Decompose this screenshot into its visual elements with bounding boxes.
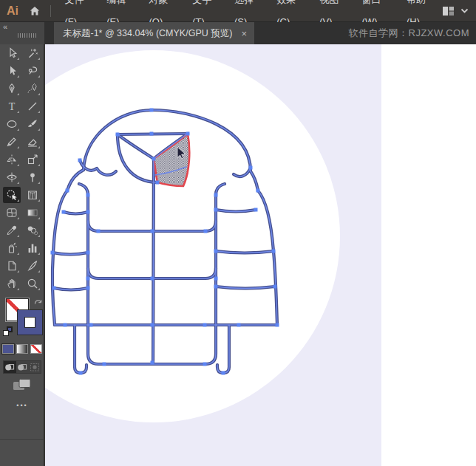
- default-fill-stroke-icon[interactable]: [3, 326, 13, 337]
- document-tab[interactable]: 未标题-1* @ 334.04% (CMYK/GPU 预览) ×: [54, 22, 254, 44]
- blend-icon: [27, 225, 38, 236]
- tool-perspective-grid[interactable]: [24, 187, 41, 203]
- pen-icon: [6, 83, 18, 95]
- draw-normal-button[interactable]: [4, 361, 16, 373]
- selection-icon: [6, 65, 18, 77]
- tool-line-segment[interactable]: [24, 98, 41, 114]
- width-icon: [6, 171, 18, 183]
- column-graph-icon: [27, 242, 38, 254]
- draw-mode-buttons: [3, 360, 41, 374]
- tool-ellipse[interactable]: [3, 116, 21, 132]
- pencil-icon: [6, 136, 18, 148]
- collapse-panel-button[interactable]: «: [3, 22, 7, 31]
- paintbrush-icon: [27, 118, 38, 130]
- anchor-point: [273, 285, 277, 289]
- draw-inside-button[interactable]: [28, 361, 41, 373]
- curvature-icon: [27, 83, 38, 95]
- anchor-point: [214, 193, 218, 197]
- fill-stroke-widget: [0, 295, 44, 340]
- tools-panel-header: «: [0, 22, 44, 44]
- tool-pen[interactable]: [3, 80, 21, 97]
- document-canvas[interactable]: [45, 44, 476, 466]
- draw-behind-button[interactable]: [16, 361, 29, 373]
- tool-zoom[interactable]: [24, 275, 41, 292]
- tab-bar: « 未标题-1* @ 334.04% (CMYK/GPU 预览) × 软件自学网…: [0, 22, 476, 44]
- anchor-point: [204, 230, 208, 233]
- workspace-switcher[interactable]: [442, 5, 476, 17]
- anchor-point: [151, 361, 154, 365]
- tool-puppet-warp[interactable]: [24, 169, 41, 185]
- tool-hand[interactable]: [3, 275, 21, 292]
- anchor-point: [66, 189, 69, 193]
- artboard-icon: [6, 260, 18, 272]
- hand-icon: [6, 278, 18, 289]
- gradient-icon: [27, 207, 38, 219]
- edit-toolbar-button[interactable]: •••: [0, 402, 44, 409]
- draw-inside-icon: [29, 361, 41, 373]
- menu-bar: Ai 文件(F) 编辑(E) 对象(O) 文字(T) 选择(S) 效果(C) 视…: [0, 0, 476, 22]
- type-icon: T: [6, 100, 18, 112]
- anchor-point: [150, 132, 154, 136]
- reflect-icon: [6, 154, 18, 165]
- tool-slice[interactable]: [24, 258, 41, 274]
- anchor-point: [276, 323, 279, 327]
- tool-scale[interactable]: [24, 151, 41, 168]
- tool-symbol-sprayer[interactable]: [3, 240, 21, 256]
- scale-icon: [27, 154, 38, 165]
- menubar-divider: [50, 5, 51, 17]
- chevron-down-icon: [460, 8, 469, 14]
- eyedropper-icon: [6, 225, 18, 236]
- color-button[interactable]: [2, 344, 14, 354]
- gradient-button[interactable]: [16, 344, 28, 354]
- draw-normal-icon: [4, 361, 16, 373]
- tool-curvature[interactable]: [24, 80, 41, 97]
- anchor-point: [78, 159, 82, 162]
- tool-selection[interactable]: [3, 63, 21, 79]
- anchor-point: [86, 251, 90, 255]
- tool-lasso[interactable]: [24, 63, 41, 79]
- anchor-point: [272, 250, 276, 253]
- tool-reflect[interactable]: [3, 151, 21, 168]
- anchor-point: [51, 251, 55, 255]
- ellipse-icon: [6, 118, 18, 130]
- workspace-layout-icon: [442, 5, 455, 17]
- anchor-point: [151, 323, 154, 327]
- tool-pencil[interactable]: [3, 134, 21, 150]
- anchor-point: [79, 371, 83, 375]
- tool-gradient[interactable]: [24, 205, 41, 221]
- tool-direct-selection[interactable]: [3, 45, 21, 61]
- tool-artboard[interactable]: [3, 258, 21, 274]
- tab-close-icon[interactable]: ×: [241, 28, 247, 39]
- tool-magic-wand[interactable]: [24, 45, 41, 61]
- anchor-point: [203, 363, 207, 366]
- anchor-point: [156, 181, 160, 185]
- svg-text:T: T: [8, 101, 15, 112]
- tool-eyedropper[interactable]: [3, 222, 21, 239]
- tool-column-graph[interactable]: [24, 240, 41, 256]
- anchor-point: [254, 208, 258, 212]
- tool-eraser[interactable]: [24, 134, 41, 150]
- tool-shape-builder[interactable]: [3, 187, 21, 203]
- anchor-point: [186, 132, 190, 136]
- magic-wand-icon: [27, 47, 38, 59]
- tool-grid: T: [0, 44, 44, 292]
- anchor-point: [214, 285, 218, 289]
- none-button[interactable]: [30, 344, 42, 354]
- shape-builder-icon: [6, 189, 18, 201]
- anchor-point: [214, 208, 218, 212]
- stroke-swatch[interactable]: [18, 310, 42, 335]
- swap-fill-stroke-icon[interactable]: [33, 296, 43, 309]
- tool-paintbrush[interactable]: [24, 116, 41, 132]
- tool-blend[interactable]: [24, 222, 41, 239]
- change-screen-mode-button[interactable]: [13, 378, 32, 394]
- anchor-point: [249, 166, 253, 170]
- anchor-point: [222, 371, 225, 375]
- tool-width[interactable]: [3, 169, 21, 185]
- tool-mesh[interactable]: [3, 205, 21, 221]
- tool-type[interactable]: T: [3, 98, 21, 114]
- anchor-point: [86, 287, 90, 290]
- anchor-point: [237, 323, 241, 327]
- anchor-point: [203, 323, 207, 327]
- home-icon: [29, 5, 41, 17]
- home-button[interactable]: [26, 3, 44, 19]
